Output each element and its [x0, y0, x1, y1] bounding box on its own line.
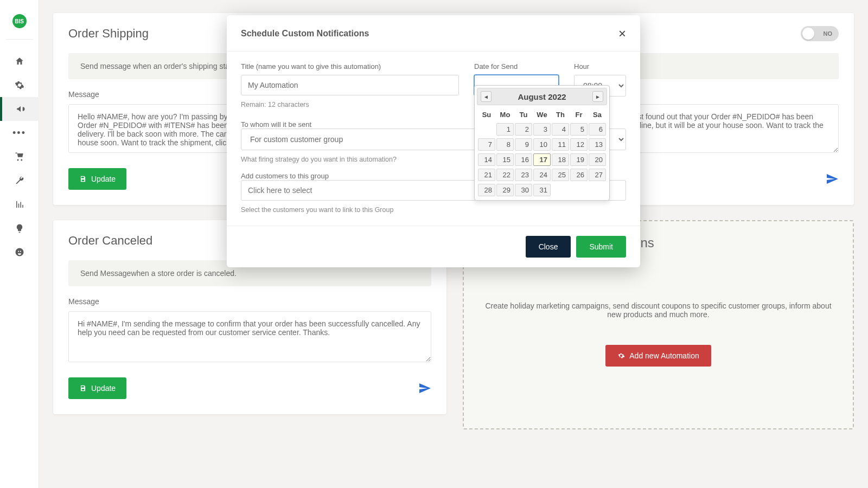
- calendar-day[interactable]: 20: [589, 153, 606, 166]
- title-helper: Remain: 12 characters: [241, 101, 459, 108]
- calendar-day[interactable]: 21: [478, 169, 495, 181]
- chevron-right-icon: ►: [595, 94, 601, 100]
- calendar-day[interactable]: 2: [515, 123, 532, 136]
- schedule-modal: Schedule Custom Notifications × Title (n…: [227, 15, 640, 267]
- calendar-day[interactable]: 9: [515, 138, 532, 151]
- datepicker: ◄ August 2022 ► SuMoTuWeThFrSa 123456789…: [474, 85, 610, 201]
- calendar-day[interactable]: 13: [589, 138, 606, 151]
- calendar-month-year: August 2022: [518, 92, 566, 101]
- calendar-day[interactable]: 14: [478, 153, 495, 166]
- calendar-day[interactable]: 28: [478, 184, 495, 196]
- calendar-month: August: [518, 92, 546, 101]
- calendar-day[interactable]: 8: [496, 138, 514, 151]
- calendar-day[interactable]: 11: [552, 138, 569, 151]
- calendar-day[interactable]: 29: [496, 184, 514, 196]
- modal-submit-button[interactable]: Submit: [576, 236, 626, 258]
- calendar-day[interactable]: 3: [533, 123, 551, 136]
- calendar-day[interactable]: 1: [496, 123, 514, 136]
- calendar-day[interactable]: 6: [589, 123, 606, 136]
- calendar-day[interactable]: 31: [533, 184, 551, 196]
- calendar-day[interactable]: 16: [515, 153, 532, 166]
- calendar-day[interactable]: 5: [570, 123, 588, 136]
- calendar-day-header: Su: [478, 108, 495, 121]
- title-field-label: Title (name you want to give this automa…: [241, 62, 459, 70]
- hour-field-label: Hour: [574, 62, 626, 70]
- calendar-day[interactable]: 10: [533, 138, 551, 151]
- calendar-grid: SuMoTuWeThFrSa 1234567891011121314151617…: [477, 107, 607, 198]
- calendar-day[interactable]: 30: [515, 184, 532, 196]
- calendar-day[interactable]: 25: [552, 169, 569, 181]
- calendar-day[interactable]: 12: [570, 138, 588, 151]
- calendar-day[interactable]: 7: [478, 138, 495, 151]
- calendar-day[interactable]: 23: [515, 169, 532, 181]
- calendar-day[interactable]: 26: [570, 169, 588, 181]
- calendar-day-header: Th: [552, 108, 569, 121]
- calendar-day[interactable]: 24: [533, 169, 551, 181]
- add-customers-label: Add customers to this group: [241, 172, 329, 180]
- calendar-day[interactable]: 27: [589, 169, 606, 181]
- calendar-day[interactable]: 19: [570, 153, 588, 166]
- calendar-day[interactable]: 17: [533, 153, 551, 166]
- modal-close-button[interactable]: ×: [618, 27, 626, 40]
- add-customers-helper: Select the customers you want to link to…: [241, 206, 626, 214]
- date-field-label: Date for Send: [474, 62, 559, 70]
- calendar-day[interactable]: 18: [552, 153, 569, 166]
- calendar-day[interactable]: 15: [496, 153, 514, 166]
- calendar-day-header: Tu: [515, 108, 532, 121]
- next-month-button[interactable]: ►: [592, 91, 603, 102]
- calendar-day[interactable]: 4: [552, 123, 569, 136]
- modal-close-footer-button[interactable]: Close: [526, 236, 571, 258]
- calendar-day[interactable]: 22: [496, 169, 514, 181]
- calendar-day-header: We: [533, 108, 551, 121]
- calendar-day-header: Sa: [589, 108, 606, 121]
- calendar-day-header: Fr: [570, 108, 588, 121]
- modal-title: Schedule Custom Notifications: [241, 29, 369, 38]
- chevron-left-icon: ◄: [483, 94, 489, 100]
- calendar-year: 2022: [548, 92, 566, 101]
- automation-title-input[interactable]: [241, 75, 459, 95]
- calendar-day-header: Mo: [496, 108, 514, 121]
- prev-month-button[interactable]: ◄: [481, 91, 492, 102]
- close-icon: ×: [618, 26, 626, 41]
- whom-label: To whom will it be sent: [241, 120, 311, 129]
